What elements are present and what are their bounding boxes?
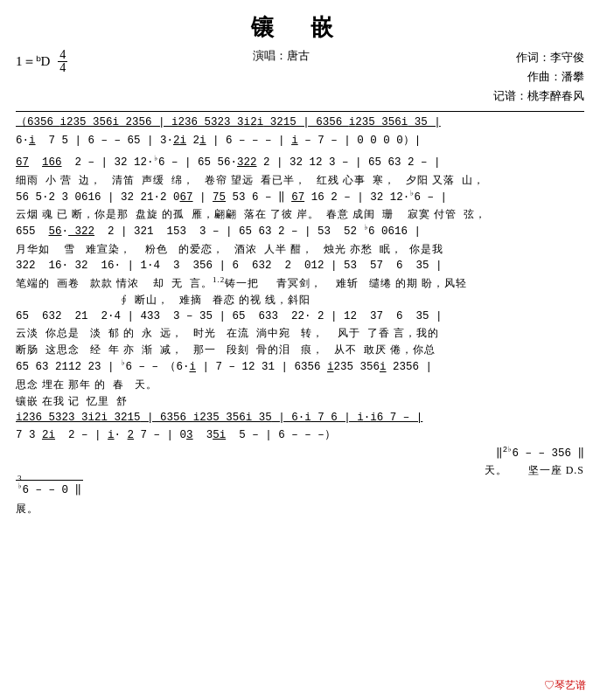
lyric-7a: 云淡 你总是 淡 郁 的 永 远， 时光 在流 淌中宛 转， 风于 了香 言，我…	[16, 325, 584, 341]
notation-1: （6356 i235 356i 2356 | i236 5323 3i2i 32…	[16, 114, 584, 131]
composer-notation: 记谱：桃李醉春风	[493, 87, 584, 106]
page-title: 镶 嵌	[16, 12, 584, 43]
key-label: 1＝ᵇD	[16, 53, 50, 70]
notation-2: 6·i 7 5 | 6 – – 65 | 3·2i 2i | 6 – – – |…	[16, 133, 584, 149]
lyric-6a: 笔端的 画卷 款款 情浓 却 无 言。1.2铸一把 青冥剑， 难斩 缱绻 的期 …	[16, 274, 584, 291]
lyric-5: 月华如 雪 难宣染， 粉色 的爱恋， 酒浓 人半 酣， 烛光 亦愁 眠， 你是我	[16, 241, 584, 257]
lyric-11: 展。	[16, 501, 584, 516]
line-5: 655 56· 322 2 | 321 153 3 – | 65 63 2 – …	[16, 223, 584, 257]
line-10: 7 3 2i 2 – | i· 2 7 – | 03 35i 5 – | 6 –…	[16, 427, 584, 479]
lyric-10b: 天。 坚一座 D.S	[485, 462, 584, 478]
notation-11: ♭6 – – 0 ‖	[17, 484, 81, 496]
notation-7: 65 632 21 2·4 | 433 3 – 35 | 65 633 22· …	[16, 308, 584, 325]
composer-word: 作词：李守俊	[493, 48, 584, 67]
watermark: ♡琴艺谱	[544, 678, 586, 693]
notation-8: 65 63 2112 23 | ♭6 – – （6·i | 7 – 12 31 …	[16, 358, 584, 377]
notation-10b: ‖2♭6 – – 356 ‖	[485, 445, 584, 463]
line-4: 56 5·2 3 0616 | 32 21·2 067 | 75 53 6 – …	[16, 189, 584, 223]
meta-row: 1＝ᵇD 4 4 演唱：唐古 作词：李守俊 作曲：潘攀 记谱：桃李醉春风	[16, 48, 584, 106]
score-section: （6356 i235 356i 2356 | i236 5323 3i2i 32…	[16, 114, 584, 516]
line-2: 6·i 7 5 | 6 – – 65 | 3·2i 2i | 6 – – – |…	[16, 133, 584, 149]
notation-4: 56 5·2 3 0616 | 32 21·2 067 | 75 53 6 – …	[16, 189, 584, 207]
lyric-3: 细雨 小 营 边， 清笛 声缓 绵， 卷帘 望远 看已半， 红残 心事 寒， 夕…	[16, 172, 584, 188]
performer: 演唱：唐古	[253, 48, 310, 64]
lyric-7b: 断肠 这思念 经 年 亦 渐 减， 那一 段刻 骨的泪 痕， 从不 敢厌 倦，你…	[16, 342, 584, 357]
composer-music: 作曲：潘攀	[493, 67, 584, 87]
notation-3: 67 166 2 – | 32 12·♭6 – | 65 56·322 2 | …	[16, 154, 584, 172]
lyric-8b: 镶嵌 在我 记 忆里 舒	[16, 393, 584, 409]
page-container: 镶 嵌 1＝ᵇD 4 4 演唱：唐古 作词：李守俊 作曲：潘攀 记谱：桃李醉春风…	[16, 12, 584, 516]
lyric-8a: 思念 埋在 那年 的 春 天。	[16, 377, 584, 392]
notation-10: 7 3 2i 2 – | i· 2 7 – | 03 35i 5 – | 6 –…	[16, 427, 584, 444]
top-divider	[16, 111, 584, 112]
line-11: 3 ♭6 – – 0 ‖ 展。	[16, 480, 584, 516]
line-6: 322 16· 32 16· | 1·4 3 356 | 6 632 2 012…	[16, 258, 584, 308]
line-3: 67 166 2 – | 32 12·♭6 – | 65 56·322 2 | …	[16, 154, 584, 188]
notation-6: 322 16· 32 16· | 1·4 3 356 | 6 632 2 012…	[16, 258, 584, 274]
credits: 作词：李守俊 作曲：潘攀 记谱：桃李醉春风	[493, 48, 584, 106]
notation-9: i236 5323 3i2i 3215 | 6356 i235 356i 35 …	[16, 410, 584, 426]
line-7: 65 632 21 2·4 | 433 3 – 35 | 65 633 22· …	[16, 308, 584, 357]
line-8: 65 63 2112 23 | ♭6 – – （6·i | 7 – 12 31 …	[16, 358, 584, 409]
lyric-6b: ∮ 断山， 难摘 眷恋 的视 线，斜阳	[16, 292, 584, 308]
lyric-4: 云烟 魂 已 断，你是那 盘旋 的孤 雁，翩翩 落在 了彼 岸。 春意 成闺 珊…	[16, 206, 584, 222]
notation-5: 655 56· 322 2 | 321 153 3 – | 65 63 2 – …	[16, 223, 584, 241]
line-1: （6356 i235 356i 2356 | i236 5323 3i2i 32…	[16, 114, 584, 131]
key-time: 1＝ᵇD 4 4	[16, 48, 68, 75]
line-9: i236 5323 3i2i 3215 | 6356 i235 356i 35 …	[16, 410, 584, 426]
time-label: 4 4	[57, 48, 68, 75]
